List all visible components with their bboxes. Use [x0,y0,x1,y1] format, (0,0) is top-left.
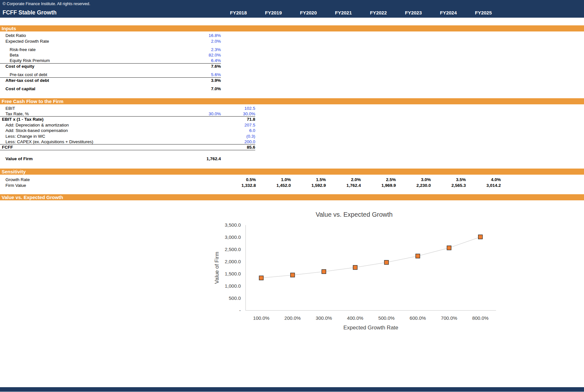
inputs-table: Debt Ratio16.8%Expected Growth Rate2.0%R… [0,31,584,92]
table-row-ebit-x-1-tax-rate: EBIT x (1 - Tax Rate)71.8 [0,117,255,122]
value-growth-chart: Value vs. Expected Growth-500.01,000.01,… [0,200,584,340]
input-cell-add-depreciation-amortization[interactable]: 207.5 [221,123,255,127]
input-cell-pre-tax-cost-of-debt[interactable]: 5.6% [192,72,221,77]
data-point-marker [384,260,388,265]
y-tick-label: 1,500.0 [225,271,241,276]
data-point-marker [447,246,451,250]
data-point-marker [478,235,483,239]
y-tick-label: 1,000.0 [225,283,241,289]
value-cell-value-of-firm: 1,762.4 [187,156,221,161]
sensitivity-value: 2.0% [326,177,361,182]
value-cell-ebit-x-1-tax-rate: 71.8 [221,117,255,122]
input-cell-expected-growth-rate[interactable]: 2.0% [192,39,221,44]
value-growth-chart-svg: Value vs. Expected Growth-500.01,000.01,… [0,200,584,340]
row-label: Cost of equity [0,64,192,69]
row-label: FCFF [0,145,187,150]
section-header-fcff: Free Cash Flow to the Firm [0,98,584,104]
spacer [0,340,584,387]
table-row-cost-of-capital: Cost of capital7.0% [0,86,221,91]
table-row-expected-growth-rate: Expected Growth Rate2.0% [0,38,221,44]
row-spacer [0,150,584,153]
input-cell-tax-rate[interactable]: 30.0% [221,111,255,116]
x-axis-title: Expected Growth Rate [343,325,398,331]
input-cell-beta[interactable]: 82.0% [192,53,221,57]
row-label: Expected Growth Rate [0,39,192,44]
input-cell-ebit[interactable]: 102.5 [221,106,255,111]
section-header-sensitivity: Sensitivity [0,169,584,175]
row-label: Pre-tax cost of debt [0,72,192,77]
y-tick-label: 3,000.0 [225,234,241,240]
x-tick-label: 800.0% [472,315,489,321]
year-header-fy2022: FY2022 [361,10,396,15]
value-cell-cost-of-capital: 7.0% [192,86,221,91]
row-label: Tax Rate, % [0,111,187,116]
input-cell-debt-ratio[interactable]: 16.8% [192,33,221,38]
y-tick-label: 500.0 [229,295,241,301]
series-line [261,237,481,278]
input-cell-tax-rate[interactable]: 30.0% [187,111,221,116]
x-tick-label: 200.0% [284,315,301,321]
x-tick-label: 500.0% [378,315,395,321]
sensitivity-value: 4.0% [466,177,501,182]
sensitivity-row-growth-rate: Growth Rate0.5%1.0%1.5%2.0%2.5%3.0%3.5%4… [0,177,584,182]
value-cell-fcff: 85.6 [221,145,255,150]
row-label: Add: Depreciation & amortization [0,123,187,127]
table-row-add-depreciation-amortization: Add: Depreciation & amortization207.5 [0,122,255,128]
value-cell-cost-of-equity: 7.6% [192,64,221,69]
table-row-value-of-firm: Value of Firm1,762.4 [0,156,255,161]
value-cell-after-tax-cost-of-debt: 3.9% [192,78,221,83]
year-header-fy2019: FY2019 [256,10,291,15]
row-label: Firm Value [0,183,221,188]
row-spacer [0,83,584,86]
data-point-marker [259,276,263,280]
fiscal-year-headers: FY2018FY2019FY2020FY2021FY2022FY2023FY20… [221,10,501,15]
table-row-equity-risk-premium: Equity Risk Premium6.4% [0,58,221,64]
data-point-marker [416,254,420,258]
y-tick-label: 2,500.0 [225,247,241,252]
sensitivity-value: 1,969.9 [361,183,396,188]
sheet-title: FCFF Stable Growth [3,9,221,16]
row-label: Debt Ratio [0,33,192,38]
sensitivity-value: 3,014.2 [466,183,501,188]
sensitivity-value: 1,592.9 [291,183,326,188]
copyright-text: © Corporate Finance Institute. All right… [3,1,584,8]
year-header-fy2025: FY2025 [466,10,501,15]
row-label: Growth Rate [0,177,221,182]
y-tick-label: 2,000.0 [225,259,241,264]
table-row-less-capex-ex-acquisitions-divestitures: Less: CAPEX (ex. Acquisitions + Divestit… [0,139,255,144]
row-label: EBIT x (1 - Tax Rate) [0,117,187,122]
sensitivity-table: Growth Rate0.5%1.0%1.5%2.0%2.5%3.0%3.5%4… [0,175,584,188]
row-spacer [0,69,584,72]
row-spacer [0,153,584,156]
table-row-beta: Beta82.0% [0,52,221,58]
data-point-marker [322,269,326,274]
row-label: Add: Stock-based compensation [0,128,187,133]
table-row-debt-ratio: Debt Ratio16.8% [0,33,221,38]
row-label: Value of Firm [0,156,187,161]
table-row-tax-rate: Tax Rate, %30.0%30.0% [0,111,255,117]
top-header-bar: © Corporate Finance Institute. All right… [0,0,584,18]
input-cell-less-change-in-wc[interactable]: (0.3) [221,134,255,139]
year-header-fy2024: FY2024 [431,10,466,15]
x-tick-label: 700.0% [441,315,457,321]
input-cell-risk-free-rate[interactable]: 2.3% [192,47,221,52]
spacer [0,92,584,98]
data-point-marker [353,266,357,270]
year-header-fy2018: FY2018 [221,10,256,15]
input-cell-equity-risk-premium[interactable]: 6.4% [192,58,221,63]
data-point-marker [291,273,295,277]
spacer [0,188,584,194]
input-cell-less-capex-ex-acquisitions-divestitures[interactable]: 200.0 [221,139,255,144]
sensitivity-row-firm-value: Firm Value1,332.81,452.01,592.91,762.41,… [0,182,584,188]
x-tick-label: 600.0% [410,315,426,321]
sensitivity-value: 3.5% [431,177,466,182]
sensitivity-value: 1.0% [256,177,291,182]
year-header-fy2020: FY2020 [291,10,326,15]
input-cell-add-stock-based-compensation[interactable]: 6.0 [221,128,255,133]
table-row-pre-tax-cost-of-debt: Pre-tax cost of debt5.6% [0,72,221,77]
row-label: Less: Change in WC [0,134,187,139]
table-row-fcff: FCFF85.6 [0,144,255,150]
row-label: Beta [0,53,192,57]
row-label: EBIT [0,106,187,111]
fcff-model-page: © Corporate Finance Institute. All right… [0,0,584,392]
